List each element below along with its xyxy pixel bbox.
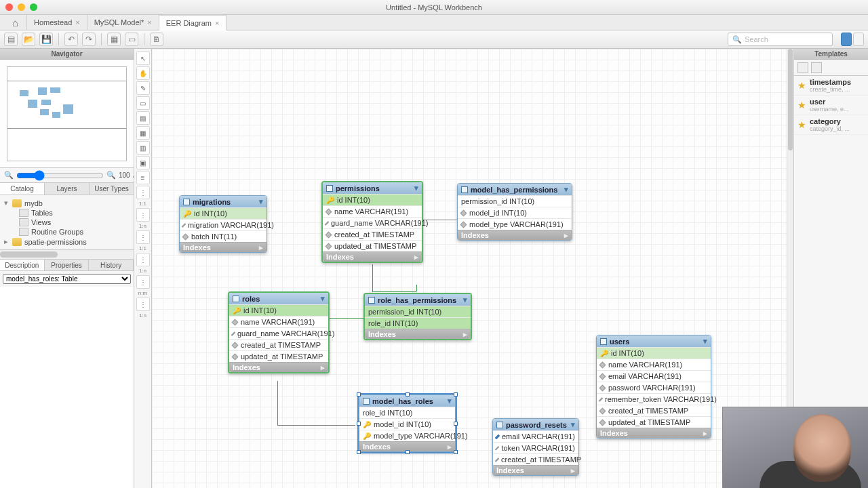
template-remove-icon[interactable] — [811, 62, 822, 73]
image-tool[interactable]: ▦ — [136, 126, 150, 140]
table-tool[interactable]: ▥ — [136, 141, 150, 155]
chevron-right-icon[interactable]: ▸ — [564, 231, 568, 240]
zoom-out-icon[interactable]: 🔍 — [4, 171, 14, 180]
diagram-canvas[interactable]: migrations▾ 🔑id INT(10) migration VARCHA… — [152, 49, 793, 488]
template-add-icon[interactable] — [797, 62, 808, 73]
tree-db-spatie[interactable]: ▸ spatie-permissions — [1, 237, 132, 247]
pointer-tool[interactable]: ↖ — [136, 52, 150, 65]
chevron-right-icon[interactable]: ▸ — [448, 443, 452, 451]
layer-tool[interactable]: ▭ — [136, 96, 150, 110]
entity-password-resets[interactable]: password_resets▾ email VARCHAR(191) toke… — [492, 418, 579, 476]
tab-eer-diagram[interactable]: EER Diagram × — [159, 15, 227, 30]
diagram-overview[interactable] — [0, 60, 134, 168]
close-icon[interactable]: × — [75, 18, 79, 26]
toggle-left-pane-button[interactable] — [841, 33, 852, 46]
description-object-select[interactable]: model_has_roles: Table — [3, 274, 131, 284]
tree-views[interactable]: Views — [1, 218, 132, 227]
grid-button[interactable]: ▦ — [107, 33, 121, 46]
entity-role-has-permissions[interactable]: role_has_permissions▾ permission_id INT(… — [363, 293, 472, 340]
open-file-button[interactable]: 📂 — [22, 33, 35, 46]
rel-n-m-tool[interactable]: ⋮ — [136, 275, 150, 289]
resize-handle[interactable] — [406, 392, 410, 396]
resize-handle[interactable] — [454, 422, 458, 426]
column-label: guard_name VARCHAR(191) — [331, 219, 428, 227]
chevron-down-icon[interactable]: ▾ — [448, 396, 452, 405]
column-label: id INT(10) — [243, 306, 277, 314]
column-label: migration VARCHAR(191) — [188, 221, 274, 229]
resize-handle[interactable] — [357, 392, 361, 396]
entity-permissions[interactable]: permissions▾ 🔑id INT(10) name VARCHAR(19… — [321, 181, 423, 263]
chevron-down-icon[interactable]: ▾ — [703, 337, 707, 346]
tab-homestead[interactable]: Homestead × — [27, 15, 87, 30]
chevron-down-icon[interactable]: ▾ — [259, 197, 263, 206]
chevron-right-icon[interactable]: ▸ — [703, 429, 707, 438]
diamond-icon — [182, 223, 186, 227]
desctab-history[interactable]: History — [89, 260, 134, 270]
entity-model-has-permissions[interactable]: model_has_permissions▾ permission_id INT… — [457, 183, 572, 241]
toggle-right-pane-button[interactable] — [853, 33, 864, 46]
chevron-down-icon[interactable]: ▾ — [571, 420, 575, 429]
rel-1-n-nonid-tool[interactable]: ⋮ — [136, 208, 150, 222]
export-button[interactable]: 🗎 — [150, 33, 163, 46]
zoom-in-icon[interactable]: 🔍 — [106, 171, 116, 180]
chevron-down-icon[interactable]: ▾ — [321, 294, 325, 303]
note-tool[interactable]: ▤ — [136, 111, 150, 125]
tree-label: Routine Groups — [31, 228, 83, 236]
new-file-button[interactable]: ▤ — [4, 33, 18, 46]
hand-tool[interactable]: ✋ — [136, 66, 150, 80]
desctab-properties[interactable]: Properties — [45, 260, 90, 270]
entity-title: migrations — [193, 198, 231, 206]
tool-label: 1:n — [139, 223, 146, 229]
resize-handle[interactable] — [454, 392, 458, 396]
subtab-user-types[interactable]: User Types — [90, 183, 134, 195]
align-button[interactable]: ▭ — [125, 33, 138, 46]
tree-db-mydb[interactable]: ▾ mydb — [1, 198, 132, 208]
rel-1-1-nonid-tool[interactable]: ⋮ — [136, 186, 150, 199]
subtab-layers[interactable]: Layers — [45, 183, 90, 195]
tree-tables[interactable]: Tables — [1, 208, 132, 218]
diamond-icon — [599, 384, 606, 391]
chevron-down-icon[interactable]: ▾ — [463, 296, 467, 304]
chevron-right-icon[interactable]: ▸ — [321, 363, 325, 372]
template-user[interactable]: ★ user username, e... — [794, 96, 868, 115]
save-button[interactable]: 💾 — [39, 33, 53, 46]
search-box[interactable]: 🔍 Search — [728, 33, 833, 46]
column-label: role_id INT(10) — [363, 409, 412, 417]
rel-1-1-id-tool[interactable]: ⋮ — [136, 230, 150, 244]
chevron-right-icon[interactable]: ▸ — [259, 243, 263, 252]
subtab-catalog[interactable]: Catalog — [0, 183, 45, 195]
tab-mysql-model[interactable]: MySQL Model* × — [87, 15, 159, 30]
chevron-down-icon[interactable]: ▾ — [564, 185, 568, 194]
routine-tool[interactable]: ≡ — [136, 171, 150, 184]
close-icon[interactable]: × — [215, 19, 219, 27]
template-timestamps[interactable]: ★ timestamps create_time, ... — [794, 76, 868, 96]
resize-handle[interactable] — [357, 450, 361, 454]
tree-hscrollbar[interactable] — [0, 249, 134, 259]
entity-migrations[interactable]: migrations▾ 🔑id INT(10) migration VARCHA… — [179, 195, 267, 253]
chevron-right-icon[interactable]: ▸ — [3, 237, 9, 246]
database-icon — [12, 238, 22, 246]
desctab-description[interactable]: Description — [0, 260, 45, 270]
chevron-right-icon[interactable]: ▸ — [414, 253, 418, 262]
entity-roles[interactable]: roles▾ 🔑id INT(10) name VARCHAR(191) gua… — [228, 291, 330, 373]
close-icon[interactable]: × — [147, 18, 151, 26]
home-tab[interactable]: ⌂ — [4, 15, 27, 30]
resize-handle[interactable] — [406, 450, 410, 454]
entity-users[interactable]: users▾ 🔑id INT(10) name VARCHAR(191) ema… — [596, 335, 711, 439]
tree-routine-groups[interactable]: Routine Groups — [1, 227, 132, 237]
chevron-right-icon[interactable]: ▸ — [571, 466, 575, 475]
entity-model-has-roles[interactable]: model_has_roles▾ role_id INT(10) 🔑model_… — [359, 394, 456, 452]
chevron-down-icon[interactable]: ▾ — [414, 184, 418, 192]
chevron-down-icon[interactable]: ▾ — [3, 199, 9, 207]
zoom-slider[interactable] — [16, 170, 104, 181]
chevron-right-icon[interactable]: ▸ — [463, 330, 467, 339]
view-tool[interactable]: ▣ — [136, 156, 150, 169]
template-category[interactable]: ★ category category_id, ... — [794, 115, 868, 135]
resize-handle[interactable] — [454, 450, 458, 454]
rel-1-n-id-tool[interactable]: ⋮ — [136, 253, 150, 266]
redo-button[interactable]: ↷ — [82, 33, 96, 46]
resize-handle[interactable] — [357, 422, 361, 426]
rel-existing-tool[interactable]: ⋮ — [136, 298, 150, 311]
undo-button[interactable]: ↶ — [64, 33, 78, 46]
eraser-tool[interactable]: ✎ — [136, 81, 150, 95]
